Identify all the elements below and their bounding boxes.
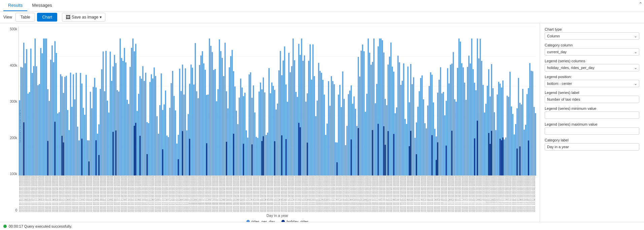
svg-rect-54 (80, 73, 81, 175)
svg-rect-183 (239, 98, 240, 175)
svg-rect-66 (94, 78, 95, 175)
svg-rect-60 (87, 140, 88, 175)
svg-rect-351 (441, 93, 443, 175)
legend-position-label: Legend position: (545, 75, 639, 79)
svg-rect-8 (22, 68, 23, 175)
svg-rect-319 (405, 119, 406, 175)
svg-rect-6 (19, 100, 20, 175)
svg-rect-68 (96, 140, 97, 175)
svg-rect-40 (62, 136, 63, 175)
svg-rect-99 (134, 126, 135, 175)
svg-rect-89 (121, 58, 122, 175)
svg-rect-338 (427, 105, 429, 175)
legend-position-select[interactable]: bottom - center (545, 80, 639, 87)
svg-rect-82 (112, 132, 114, 175)
svg-rect-260 (334, 84, 335, 175)
svg-rect-384 (482, 85, 484, 175)
tab-messages[interactable]: Messages (27, 0, 57, 11)
chart-button[interactable]: Chart (37, 13, 57, 22)
svg-rect-158 (206, 143, 207, 175)
svg-rect-52 (77, 127, 78, 175)
svg-rect-246 (314, 76, 315, 175)
svg-rect-409 (509, 72, 511, 175)
svg-rect-25 (44, 38, 46, 175)
svg-rect-287 (368, 38, 369, 175)
legend-series-columns-select[interactable]: holiday_rides, rides_per_day (545, 64, 639, 71)
svg-rect-64 (91, 108, 93, 175)
svg-rect-267 (342, 71, 343, 175)
category-column-label: Category column (545, 43, 639, 47)
svg-rect-407 (507, 96, 508, 175)
svg-rect-427 (531, 71, 532, 175)
svg-rect-111 (146, 154, 148, 175)
table-button[interactable]: Table (15, 13, 35, 22)
svg-rect-29 (49, 101, 50, 175)
svg-rect-12 (26, 49, 27, 175)
svg-rect-330 (416, 154, 417, 175)
svg-rect-113 (149, 82, 151, 175)
svg-rect-259 (332, 81, 334, 175)
legend-min-input[interactable] (545, 111, 639, 119)
svg-rect-334 (421, 75, 423, 175)
svg-rect-402 (501, 140, 502, 175)
svg-rect-97 (132, 38, 134, 175)
svg-rect-210 (271, 83, 273, 175)
svg-rect-206 (266, 135, 267, 175)
svg-rect-106 (141, 79, 142, 175)
svg-rect-250 (319, 71, 321, 175)
svg-rect-326 (412, 84, 413, 175)
svg-rect-65 (93, 87, 94, 175)
svg-rect-182 (237, 124, 239, 175)
svg-rect-235 (300, 127, 301, 175)
svg-rect-416 (518, 78, 519, 175)
tab-results[interactable]: Results (3, 0, 27, 11)
svg-rect-140 (183, 95, 185, 175)
svg-rect-167 (219, 39, 220, 175)
svg-rect-377 (474, 138, 475, 175)
svg-rect-125 (165, 91, 166, 175)
svg-rect-176 (230, 56, 232, 175)
collapse-button[interactable]: ⌃ (639, 1, 643, 7)
svg-rect-120 (159, 105, 161, 175)
category-label-input[interactable] (545, 143, 639, 151)
svg-rect-304 (386, 105, 387, 175)
svg-rect-281 (359, 76, 361, 175)
legend-series-label-input[interactable] (545, 96, 639, 103)
svg-rect-177 (232, 50, 233, 175)
svg-rect-216 (278, 70, 280, 175)
svg-rect-86 (117, 90, 118, 175)
svg-rect-393 (491, 131, 492, 175)
svg-rect-137 (180, 91, 182, 175)
svg-rect-145 (189, 139, 191, 175)
save-image-button[interactable]: 🖼 Save as image ▾ (62, 13, 105, 22)
svg-rect-317 (402, 81, 403, 175)
svg-rect-101 (135, 123, 137, 175)
svg-rect-202 (261, 141, 263, 175)
dropdown-arrow-icon: ▾ (100, 15, 102, 20)
svg-rect-256 (328, 81, 329, 175)
chart-type-select[interactable]: Column (545, 32, 639, 40)
svg-rect-389 (488, 133, 489, 175)
svg-rect-226 (290, 72, 291, 175)
chart-type-label: Chart type (545, 27, 639, 31)
svg-rect-274 (351, 139, 352, 175)
svg-rect-332 (419, 91, 420, 175)
legend-max-input[interactable] (545, 127, 639, 135)
svg-rect-277 (355, 109, 356, 175)
svg-rect-397 (497, 95, 498, 175)
svg-rect-20 (37, 85, 39, 175)
svg-rect-342 (432, 135, 433, 175)
svg-rect-368 (463, 67, 464, 175)
svg-rect-311 (393, 134, 395, 175)
svg-rect-53 (78, 140, 80, 175)
svg-rect-303 (385, 145, 386, 175)
svg-rect-126 (166, 136, 168, 175)
svg-rect-331 (417, 107, 418, 175)
svg-rect-289 (371, 65, 372, 175)
svg-rect-362 (454, 99, 455, 175)
svg-rect-22 (40, 48, 41, 175)
svg-rect-119 (158, 134, 159, 175)
svg-rect-313 (396, 107, 397, 175)
category-column-select[interactable]: current_day (545, 48, 639, 56)
svg-rect-123 (162, 149, 164, 175)
